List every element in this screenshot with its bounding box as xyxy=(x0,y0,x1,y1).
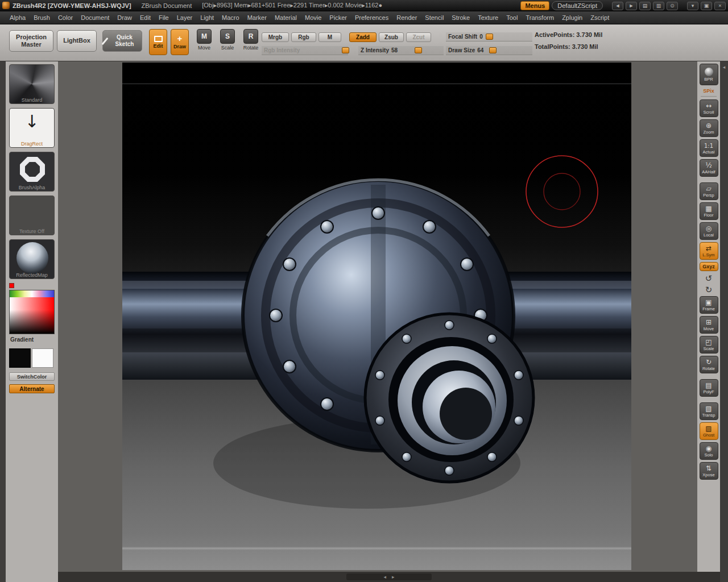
rotate-icon: ↻ xyxy=(706,359,712,366)
move-button[interactable]: ⊞ Move xyxy=(700,316,718,334)
menu-item-document[interactable]: Document xyxy=(77,11,113,24)
xpose-button[interactable]: ⇅ Xpose xyxy=(700,462,718,480)
current-color-swatch[interactable] xyxy=(9,283,14,288)
menu-item-draw[interactable]: Draw xyxy=(113,11,136,24)
transp-button[interactable]: ▧ Transp xyxy=(700,402,718,420)
app-title: ZBrush4R2 [ZVOW-YMEW-AHSJ-WQJV] xyxy=(13,2,131,9)
menu-item-preferences[interactable]: Preferences xyxy=(351,11,392,24)
scale-gyro-button[interactable]: S Scale xyxy=(218,29,237,51)
current-material-thumbnail[interactable]: ReflectedMap xyxy=(9,239,55,279)
scrollbar-arrow-icon[interactable]: ◂ xyxy=(723,64,726,70)
scroll-right-icon[interactable]: ► xyxy=(626,2,637,10)
floor-button[interactable]: ▦ Floor xyxy=(700,202,718,220)
menu-item-transform[interactable]: Transform xyxy=(522,11,558,24)
spix-toggle[interactable]: SPix xyxy=(703,88,714,94)
horizontal-scrollbar[interactable]: ◂ ▸ xyxy=(58,572,720,582)
menu-item-color[interactable]: Color xyxy=(54,11,77,24)
hue-strip[interactable] xyxy=(10,290,54,297)
z-intensity-slider[interactable]: Z Intensity58 xyxy=(358,46,444,55)
menu-item-material[interactable]: Material xyxy=(271,11,301,24)
secondary-color-swatch[interactable] xyxy=(32,348,53,368)
focal-shift-slider[interactable]: Focal Shift0 xyxy=(446,32,532,41)
horizontal-scrollbar-thumb[interactable]: ◂ ▸ xyxy=(346,573,432,580)
menu-item-file[interactable]: File xyxy=(155,11,173,24)
menu-item-render[interactable]: Render xyxy=(392,11,421,24)
menu-item-picker[interactable]: Picker xyxy=(325,11,351,24)
quick-sketch-button[interactable]: Quick Sketch xyxy=(102,30,142,52)
menu-item-alpha[interactable]: Alpha xyxy=(6,11,30,24)
bpr-button[interactable]: BPR xyxy=(700,64,718,85)
default-zscript-button[interactable]: DefaultZScript xyxy=(552,1,603,10)
lsym-button[interactable]: ⇄ L.Sym xyxy=(700,242,718,260)
menu-item-layer[interactable]: Layer xyxy=(173,11,197,24)
document-store-icon[interactable]: ▤ xyxy=(639,2,651,10)
zcut-button[interactable]: Zcut xyxy=(406,32,431,42)
current-stroke-thumbnail[interactable]: ↓ DragRect xyxy=(9,108,55,148)
menu-item-marker[interactable]: Marker xyxy=(243,11,271,24)
projection-master-button[interactable]: Projection Master xyxy=(9,30,53,52)
menu-item-macro[interactable]: Macro xyxy=(218,11,243,24)
rgb-intensity-slider[interactable]: Rgb Intensity xyxy=(262,46,348,55)
floor-grid-icon: ▦ xyxy=(705,205,712,213)
menu-item-movie[interactable]: Movie xyxy=(301,11,325,24)
alternate-button[interactable]: Alternate xyxy=(9,384,55,393)
menu-item-tool[interactable]: Tool xyxy=(502,11,522,24)
menu-item-zplugin[interactable]: Zplugin xyxy=(558,11,586,24)
focal-shift-handle[interactable] xyxy=(486,34,493,40)
ghost-button[interactable]: ▨ Ghost xyxy=(700,422,718,440)
scroll-right-arrow-icon[interactable]: ▸ xyxy=(392,574,395,580)
draw-size-slider[interactable]: Draw Size64 xyxy=(446,46,532,55)
spin-right-button[interactable]: ↻ xyxy=(700,285,718,295)
rotate-gyro-button[interactable]: R Rotate xyxy=(241,29,260,51)
minimize-icon[interactable]: ▾ xyxy=(687,2,698,10)
menu-item-edit[interactable]: Edit xyxy=(136,11,155,24)
current-alpha-thumbnail[interactable]: BrushAlpha xyxy=(9,152,55,192)
menu-item-texture[interactable]: Texture xyxy=(474,11,502,24)
rgb-button[interactable]: Rgb xyxy=(291,32,316,42)
local-button[interactable]: ◎ Local xyxy=(700,222,718,240)
actual-size-button[interactable]: 1:1 Actual xyxy=(700,139,718,157)
vertical-scrollbar[interactable]: ◂ xyxy=(720,61,728,582)
lightbox-button[interactable]: LightBox xyxy=(57,30,97,52)
menu-item-stroke[interactable]: Stroke xyxy=(448,11,474,24)
zadd-button[interactable]: Zadd xyxy=(349,32,377,42)
main-color-swatch[interactable] xyxy=(9,348,31,368)
close-icon[interactable]: × xyxy=(714,2,726,10)
mrgb-button[interactable]: Mrgb xyxy=(262,32,289,42)
draw-size-handle[interactable] xyxy=(489,47,497,53)
persp-button[interactable]: ▱ Persp xyxy=(700,182,718,200)
current-brush-thumbnail[interactable]: Standard xyxy=(9,64,55,104)
rotate-button[interactable]: ↻ Rotate xyxy=(700,356,718,373)
rgb-intensity-handle[interactable] xyxy=(342,47,349,53)
color-picker[interactable] xyxy=(9,290,55,334)
draw-mode-button[interactable]: + Draw xyxy=(171,29,189,55)
z-intensity-handle[interactable] xyxy=(415,47,422,53)
edit-mode-button[interactable]: Edit xyxy=(149,29,167,55)
move-gyro-button[interactable]: M Move xyxy=(195,29,214,51)
document-load-icon[interactable]: ▥ xyxy=(653,2,664,10)
menus-toggle-button[interactable]: Menus xyxy=(520,1,549,10)
scroll-left-icon[interactable]: ◄ xyxy=(612,2,623,10)
menu-item-zscript[interactable]: Zscript xyxy=(586,11,613,24)
move-label: Move xyxy=(704,326,714,331)
aahalf-button[interactable]: ½ AAHalf xyxy=(700,159,718,177)
document-canvas[interactable] xyxy=(122,63,631,570)
polyf-button[interactable]: ▤ PolyF xyxy=(700,379,718,397)
current-texture-thumbnail[interactable]: Texture Off xyxy=(9,196,55,235)
zsub-button[interactable]: Zsub xyxy=(379,32,404,42)
menu-item-stencil[interactable]: Stencil xyxy=(421,11,448,24)
menu-item-brush[interactable]: Brush xyxy=(30,11,54,24)
scroll-button[interactable]: ↔ Scroll xyxy=(700,99,718,117)
menu-item-light[interactable]: Light xyxy=(196,11,218,24)
scroll-left-arrow-icon[interactable]: ◂ xyxy=(383,574,386,580)
zoom-button[interactable]: ⊕ Zoom xyxy=(700,119,718,137)
lock-icon[interactable]: ⊙ xyxy=(667,2,678,10)
maximize-icon[interactable]: ▣ xyxy=(701,2,712,10)
gxyz-button[interactable]: Gxyz xyxy=(700,262,718,271)
spin-left-button[interactable]: ↺ xyxy=(700,273,718,284)
scale-button[interactable]: ◰ Scale xyxy=(700,336,718,354)
switch-color-button[interactable]: SwitchColor xyxy=(9,372,55,381)
frame-button[interactable]: ▣ Frame xyxy=(700,296,718,314)
m-button[interactable]: M xyxy=(318,32,341,42)
solo-button[interactable]: ◉ Solo xyxy=(700,442,718,460)
